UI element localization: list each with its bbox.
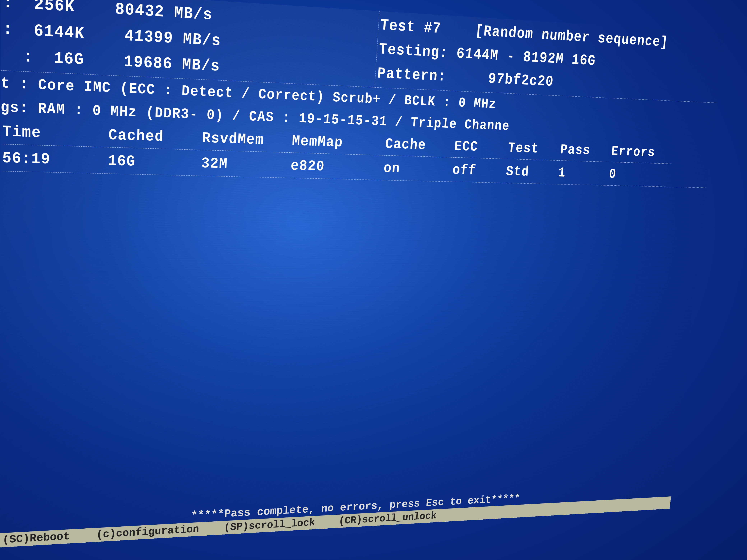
status-sp: [199, 522, 224, 535]
speed-val-2: [95, 25, 115, 45]
col-header-memmap: MemMap: [291, 130, 386, 156]
bios-screen: : 256K 80432 MB/s : 6144K 41399 MB/s :: [0, 0, 747, 560]
pattern-value: [454, 69, 481, 87]
status-reboot: (SC)Reboot: [2, 530, 70, 546]
left-speed-col: : 256K 80432 MB/s : 6144K 41399 MB/s :: [1, 0, 379, 86]
speed-size-2: 6144K: [34, 21, 85, 43]
test-type: [449, 21, 467, 39]
speed-val-3: [94, 51, 114, 70]
right-test-col: Test #7 [Random number sequence] Testing…: [375, 11, 713, 101]
cell-cache: on: [383, 157, 454, 181]
col-header-time: Time: [2, 120, 109, 148]
cell-cached: 16G: [108, 149, 202, 175]
col-header-rsvdmem: RsvdMem: [202, 127, 292, 153]
speed-label-2: :: [3, 20, 24, 40]
speed-mbps-3: 19686 MB/s: [124, 52, 221, 75]
cell-test: Std: [505, 161, 559, 183]
pattern-val: 97bf2c20: [488, 70, 554, 90]
bottom-bar: *****Pass complete, no errors, press Esc…: [0, 483, 673, 548]
col-header-cache: Cache: [384, 133, 455, 158]
speed-val-1: [85, 0, 105, 18]
col-header-ecc: ECC: [454, 135, 509, 159]
cell-time: 56:19: [2, 146, 108, 173]
cell-rsvdmem: 32M: [201, 152, 291, 177]
cell-errors: 0: [608, 164, 672, 186]
test-number: Test #7: [380, 16, 442, 37]
status-cr: [315, 515, 339, 528]
speed-mbps-2: 41399 MB/s: [124, 26, 222, 50]
status-config: [70, 529, 97, 542]
col-header-pass: Pass: [559, 139, 612, 162]
speed-size-1: 256K: [34, 0, 75, 16]
speed-mbps-1: 80432 MB/s: [115, 0, 213, 24]
speed-label-1: :: [3, 0, 24, 13]
col-header-errors: Errors: [610, 141, 674, 164]
col-header-cached: Cached: [108, 124, 202, 150]
col-header-test: Test: [507, 137, 561, 161]
pattern-label: Pattern:: [377, 64, 447, 85]
main-area: : 256K 80432 MB/s : 6144K 41399 MB/s :: [0, 0, 725, 188]
cell-memmap: e820: [290, 155, 384, 179]
speed-label-3: :: [3, 46, 44, 67]
speed-size-3: 16G: [54, 49, 84, 69]
cell-pass: 1: [557, 162, 610, 185]
cell-ecc: off: [452, 159, 507, 182]
